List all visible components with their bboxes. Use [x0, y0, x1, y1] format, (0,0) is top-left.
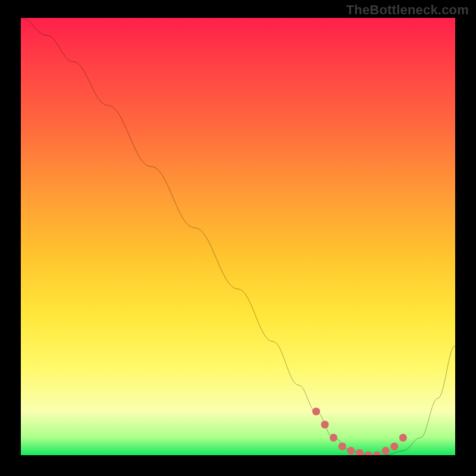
marker-group — [312, 408, 407, 455]
marker-dot — [330, 434, 337, 441]
marker-dot — [364, 451, 372, 455]
chart-frame: TheBottleneck.com — [0, 0, 476, 476]
marker-dot — [312, 408, 320, 415]
marker-dot — [321, 421, 328, 428]
marker-dot — [399, 434, 407, 441]
watermark-text: TheBottleneck.com — [346, 2, 469, 18]
marker-dot — [390, 443, 398, 450]
curve-layer — [21, 18, 455, 455]
marker-dot — [382, 447, 390, 455]
marker-dot — [347, 447, 355, 455]
plot-area — [21, 18, 455, 455]
marker-dot — [373, 451, 381, 455]
curve-path — [21, 18, 455, 455]
marker-dot — [339, 443, 346, 450]
marker-dot — [356, 449, 364, 455]
